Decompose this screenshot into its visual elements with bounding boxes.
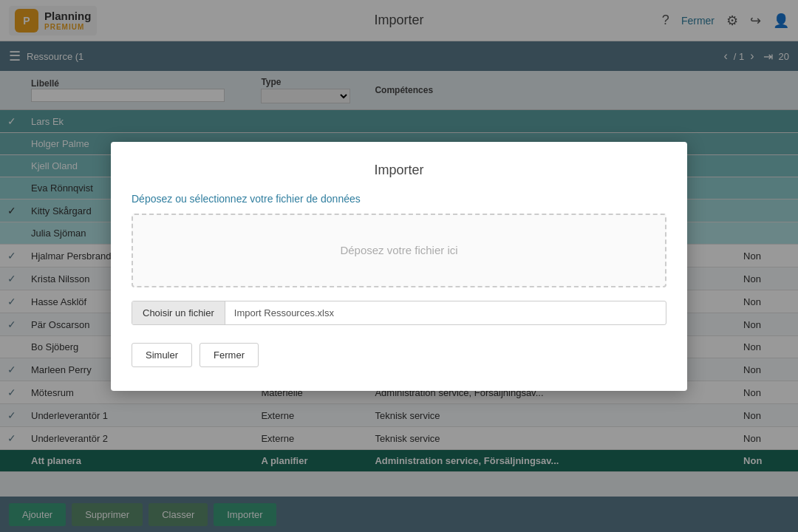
file-name-display: Import Ressources.xlsx: [225, 301, 666, 324]
drop-zone[interactable]: Déposez votre fichier ici: [132, 214, 666, 287]
modal-fermer-button[interactable]: Fermer: [200, 343, 259, 367]
modal-footer: Simuler Fermer: [132, 343, 666, 367]
file-input-row: Choisir un fichier Import Ressources.xls…: [132, 301, 666, 325]
modal-subtitle: Déposez ou sélectionnez votre fichier de…: [132, 193, 666, 205]
choose-file-button[interactable]: Choisir un fichier: [132, 301, 225, 324]
simuler-button[interactable]: Simuler: [132, 343, 192, 367]
modal-title: Importer: [132, 163, 666, 178]
drop-zone-text: Déposez votre fichier ici: [340, 244, 457, 256]
modal-overlay: Importer Déposez ou sélectionnez votre f…: [0, 0, 798, 532]
import-modal: Importer Déposez ou sélectionnez votre f…: [111, 142, 687, 391]
